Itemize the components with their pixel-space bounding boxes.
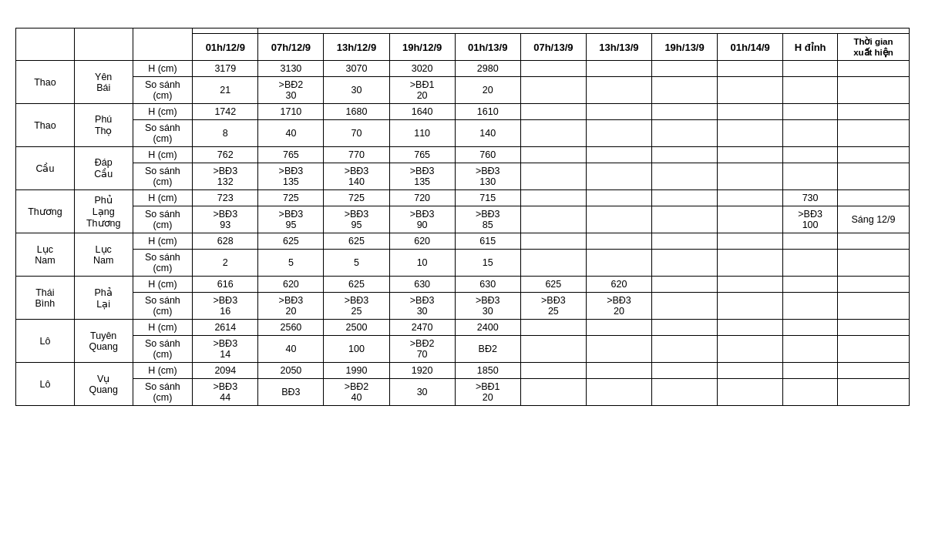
cell-ssval-0-2: 30 <box>324 77 389 104</box>
cell-hlabel-1: H (cm) <box>133 104 193 120</box>
cell-ssval-0-4: 20 <box>455 77 520 104</box>
cell-ssval-2-3: >BĐ3135 <box>389 163 455 190</box>
cell-hval-7-5 <box>520 363 586 379</box>
cell-hval-7-9 <box>783 363 838 379</box>
cell-hval-7-8 <box>718 363 783 379</box>
cell-ssval-4-3: 10 <box>389 250 455 277</box>
col-header-time-5: 07h/13/9 <box>520 34 586 61</box>
cell-sslabel-0: So sánh(cm) <box>133 77 193 104</box>
cell-hval-6-2: 2500 <box>324 320 389 336</box>
cell-hval-2-6 <box>586 147 651 163</box>
cell-ssval-6-8 <box>718 336 783 363</box>
cell-song-1: Thao <box>16 104 75 147</box>
cell-hval-0-4: 2980 <box>455 61 520 77</box>
cell-ssval-5-6: >BĐ320 <box>586 293 651 320</box>
cell-ssval-0-3: >BĐ120 <box>389 77 455 104</box>
cell-tram-0: YênBái <box>74 61 133 104</box>
cell-ssval-4-9 <box>783 250 838 277</box>
cell-hval-5-5: 625 <box>520 277 586 293</box>
cell-hlabel-5: H (cm) <box>133 277 193 293</box>
cell-ssval-1-0: 8 <box>193 120 258 147</box>
cell-hval-4-8 <box>718 233 783 250</box>
cell-ssval-3-6 <box>586 206 651 233</box>
cell-hval-4-0: 628 <box>193 233 258 250</box>
cell-hval-3-6 <box>586 190 651 206</box>
cell-tram-4: LụcNam <box>74 233 133 277</box>
cell-ssval-0-5 <box>520 77 586 104</box>
cell-hval-0-1: 3130 <box>258 61 324 77</box>
cell-hlabel-3: H (cm) <box>133 190 193 206</box>
cell-tram-5: PhảLại <box>74 277 133 320</box>
cell-ssval-2-2: >BĐ3140 <box>324 163 389 190</box>
col-header-time-3: 19h/12/9 <box>389 34 455 61</box>
cell-hval-0-10 <box>837 61 909 77</box>
cell-hval-5-10 <box>837 277 909 293</box>
cell-ssval-4-7 <box>652 250 718 277</box>
cell-hval-2-5 <box>520 147 586 163</box>
cell-ssval-6-7 <box>652 336 718 363</box>
cell-ssval-1-4: 140 <box>455 120 520 147</box>
cell-hval-7-1: 2050 <box>258 363 324 379</box>
cell-ssval-5-5: >BĐ325 <box>520 293 586 320</box>
cell-hval-7-7 <box>652 363 718 379</box>
cell-ssval-7-5 <box>520 379 586 406</box>
cell-ssval-7-9 <box>783 379 838 406</box>
cell-hval-5-7 <box>652 277 718 293</box>
cell-ssval-1-6 <box>586 120 651 147</box>
cell-ssval-6-2: 100 <box>324 336 389 363</box>
cell-ssval-2-4: >BĐ3130 <box>455 163 520 190</box>
cell-hval-1-3: 1640 <box>389 104 455 120</box>
cell-hval-2-10 <box>837 147 909 163</box>
cell-hval-6-9 <box>783 320 838 336</box>
cell-ssval-7-4: >BĐ120 <box>455 379 520 406</box>
cell-ssval-5-1: >BĐ320 <box>258 293 324 320</box>
cell-hval-1-9 <box>783 104 838 120</box>
col-header-time-2: 13h/12/9 <box>324 34 389 61</box>
cell-ssval-5-7 <box>652 293 718 320</box>
cell-ssval-6-0: >BĐ314 <box>193 336 258 363</box>
cell-hval-4-1: 625 <box>258 233 324 250</box>
cell-ssval-7-0: >BĐ344 <box>193 379 258 406</box>
cell-ssval-2-9 <box>783 163 838 190</box>
cell-ssval-2-8 <box>718 163 783 190</box>
cell-ssval-0-8 <box>718 77 783 104</box>
col-header-time-6: 13h/13/9 <box>586 34 651 61</box>
cell-ssval-1-9 <box>783 120 838 147</box>
cell-ssval-5-0: >BĐ316 <box>193 293 258 320</box>
data-table: 01h/12/907h/12/913h/12/919h/12/901h/13/9… <box>15 28 910 406</box>
cell-ssval-5-8 <box>718 293 783 320</box>
cell-hval-0-3: 3020 <box>389 61 455 77</box>
cell-hval-3-9: 730 <box>783 190 838 206</box>
cell-ssval-3-0: >BĐ393 <box>193 206 258 233</box>
cell-ssval-6-4: BĐ2 <box>455 336 520 363</box>
cell-hval-4-4: 615 <box>455 233 520 250</box>
cell-hval-6-0: 2614 <box>193 320 258 336</box>
cell-ssval-5-2: >BĐ325 <box>324 293 389 320</box>
cell-hval-5-4: 630 <box>455 277 520 293</box>
cell-hval-6-4: 2400 <box>455 320 520 336</box>
cell-ssval-6-10 <box>837 336 909 363</box>
cell-hval-5-3: 630 <box>389 277 455 293</box>
cell-hval-7-0: 2094 <box>193 363 258 379</box>
cell-hval-3-7 <box>652 190 718 206</box>
cell-hval-0-6 <box>586 61 651 77</box>
cell-hval-4-9 <box>783 233 838 250</box>
cell-ssval-5-10 <box>837 293 909 320</box>
col-header-time-9: H đỉnh <box>783 34 838 61</box>
cell-song-7: Lô <box>16 363 75 406</box>
cell-ssval-0-10 <box>837 77 909 104</box>
cell-hval-2-9 <box>783 147 838 163</box>
cell-ssval-1-1: 40 <box>258 120 324 147</box>
col-header-song <box>16 29 75 61</box>
cell-hval-5-6: 620 <box>586 277 651 293</box>
cell-hval-1-2: 1680 <box>324 104 389 120</box>
cell-ssval-4-6 <box>586 250 651 277</box>
cell-ssval-6-1: 40 <box>258 336 324 363</box>
cell-sslabel-3: So sánh(cm) <box>133 206 193 233</box>
cell-ssval-7-6 <box>586 379 651 406</box>
cell-sslabel-7: So sánh(cm) <box>133 379 193 406</box>
cell-hval-3-10 <box>837 190 909 206</box>
cell-hval-2-4: 760 <box>455 147 520 163</box>
cell-sslabel-2: So sánh(cm) <box>133 163 193 190</box>
cell-sslabel-5: So sánh(cm) <box>133 293 193 320</box>
